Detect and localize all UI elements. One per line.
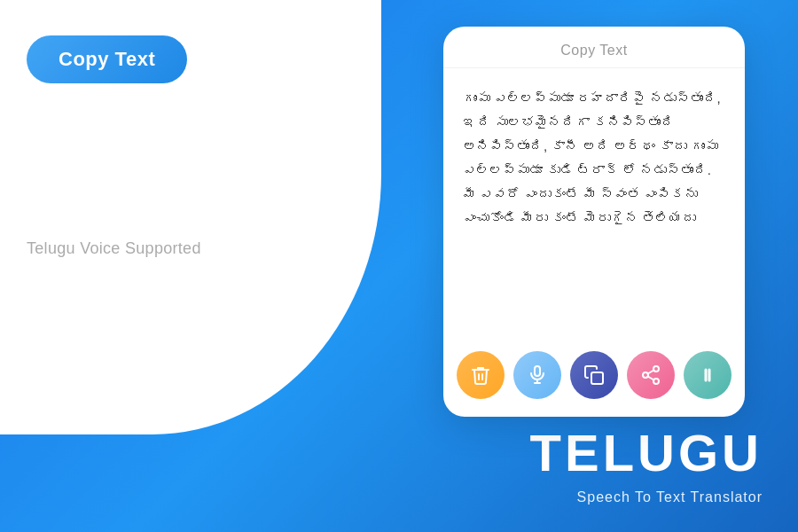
card-body: గుంపు ఎల్లప్పుడూ రహదారిపై నడుస్తుంది, ఇద… <box>443 68 745 337</box>
svg-line-8 <box>648 371 654 374</box>
card-title: Copy Text <box>560 43 627 58</box>
main-card: Copy Text గుంపు ఎల్లప్పుడూ రహదారిపై నడుస… <box>443 27 745 417</box>
mic-icon <box>527 364 548 386</box>
share-icon <box>640 364 661 386</box>
svg-line-7 <box>648 377 654 380</box>
copy-button[interactable] <box>570 351 618 399</box>
copy-icon <box>583 364 605 386</box>
telugu-text: గుంపు ఎల్లప్పుడూ రహదారిపై నడుస్తుంది, ఇద… <box>463 86 725 230</box>
mic-button[interactable] <box>513 351 561 399</box>
card-actions <box>443 337 745 417</box>
brand-title: TELUGU <box>530 427 763 479</box>
copy-text-badge: Copy Text <box>27 35 187 83</box>
share-button[interactable] <box>627 351 675 399</box>
telugu-voice-label: Telugu Voice Supported <box>27 239 201 258</box>
pause-icon <box>697 364 718 386</box>
trash-icon <box>470 364 491 386</box>
card-header: Copy Text <box>443 27 745 68</box>
pause-button[interactable] <box>684 351 732 399</box>
svg-rect-0 <box>535 366 540 376</box>
svg-rect-3 <box>591 372 603 384</box>
brand-subtitle: Speech To Text Translator <box>577 489 763 505</box>
delete-button[interactable] <box>457 351 505 399</box>
